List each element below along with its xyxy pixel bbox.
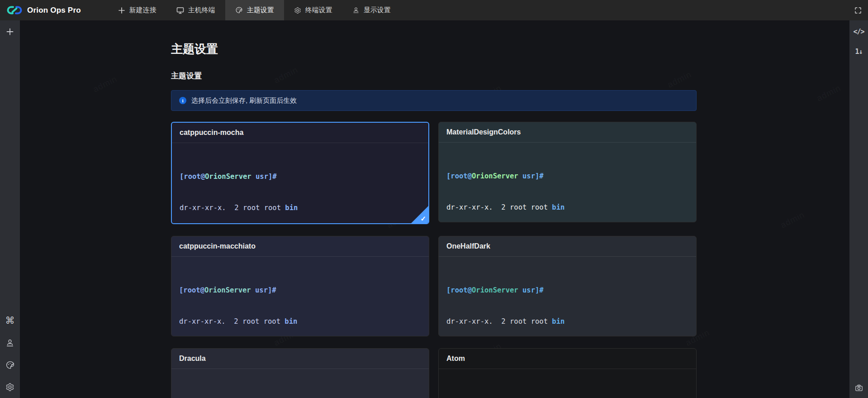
watermark: admin [815, 83, 843, 103]
app-logo-icon [6, 5, 23, 16]
check-icon: ✓ [420, 215, 426, 222]
theme-card-dracula[interactable]: Dracula [root@OrionServer usr]# dr-xr-xr… [171, 348, 429, 398]
plus-icon [118, 7, 125, 14]
sort-icon[interactable]: 1↓ [855, 48, 862, 56]
right-sidebar: </> 1↓ [849, 20, 868, 398]
theme-name: Atom [439, 349, 696, 369]
section-title: 主题设置 [171, 71, 697, 81]
add-icon[interactable] [6, 28, 14, 36]
theme-card-catppuccin-macchiato[interactable]: catppuccin-macchiato [root@OrionServer u… [171, 236, 429, 336]
monitor-icon [176, 7, 184, 14]
main-nav: 新建连接 主机终端 主题设置 [108, 0, 401, 20]
theme-name: catppuccin-mocha [172, 123, 428, 143]
code-icon[interactable]: </> [853, 28, 864, 36]
brand: Orion Ops Pro [0, 5, 89, 16]
tab-host-terminal[interactable]: 主机终端 [166, 0, 225, 20]
info-icon: i [179, 97, 186, 104]
theme-card-onehalfdark[interactable]: OneHalfDark [root@OrionServer usr]# dr-x… [438, 236, 697, 336]
tab-label: 新建连接 [129, 6, 157, 14]
palette-icon[interactable] [5, 360, 15, 370]
theme-grid: catppuccin-mocha [root@OrionServer usr]#… [171, 122, 697, 398]
watermark: admin [91, 74, 119, 94]
tab-theme-settings[interactable]: 主题设置 [225, 0, 284, 20]
watermark: admin [779, 210, 806, 230]
theme-name: catppuccin-macchiato [171, 236, 429, 257]
camera-icon[interactable] [854, 384, 863, 393]
terminal-preview: [root@OrionServer usr]# dr-xr-xr-x. 2 ro… [439, 257, 696, 336]
main-content: admin admin admin admin admin admin admi… [20, 20, 849, 398]
tab-label: 终端设置 [305, 6, 332, 14]
terminal-preview: [root@OrionServer usr]# dr-xr-xr-x. 2 ro… [439, 369, 696, 398]
topbar: Orion Ops Pro 新建连接 主机终端 主题设置 [0, 0, 868, 20]
terminal-preview: [root@OrionServer usr]# dr-xr-xr-x. 2 ro… [172, 143, 428, 224]
tab-new-connection[interactable]: 新建连接 [108, 0, 166, 20]
info-alert: i 选择后会立刻保存, 刷新页面后生效 [171, 90, 697, 111]
theme-card-atom[interactable]: Atom [root@OrionServer usr]# dr-xr-xr-x.… [438, 348, 697, 398]
tab-label: 主机终端 [188, 6, 215, 14]
tab-terminal-settings[interactable]: 终端设置 [284, 0, 342, 20]
palette-icon [235, 6, 243, 14]
terminal-preview: [root@OrionServer usr]# dr-xr-xr-x. 2 ro… [439, 143, 696, 222]
left-sidebar: ⌘ [0, 20, 20, 398]
terminal-preview: [root@OrionServer usr]# dr-xr-xr-x. 2 ro… [171, 257, 429, 336]
theme-card-catppuccin-mocha[interactable]: catppuccin-mocha [root@OrionServer usr]#… [171, 122, 429, 224]
theme-card-materialdesigncolors[interactable]: MaterialDesignColors [root@OrionServer u… [438, 122, 697, 222]
theme-name: Dracula [171, 349, 429, 369]
gear-icon [294, 7, 301, 14]
command-icon[interactable]: ⌘ [5, 315, 15, 326]
app-title: Orion Ops Pro [27, 6, 81, 15]
tab-label: 显示设置 [364, 6, 391, 14]
theme-name: MaterialDesignColors [439, 122, 696, 143]
page-title: 主题设置 [171, 42, 697, 56]
fullscreen-icon[interactable] [854, 6, 862, 14]
settings-gear-icon[interactable] [5, 383, 14, 392]
terminal-preview: [root@OrionServer usr]# dr-xr-xr-x. 2 ro… [171, 369, 429, 398]
stamp-icon [352, 7, 360, 14]
theme-name: OneHalfDark [439, 236, 696, 257]
tab-label: 主题设置 [247, 6, 274, 14]
info-alert-text: 选择后会立刻保存, 刷新页面后生效 [191, 96, 297, 105]
stamp-icon[interactable] [5, 339, 14, 348]
tab-display-settings[interactable]: 显示设置 [342, 0, 401, 20]
